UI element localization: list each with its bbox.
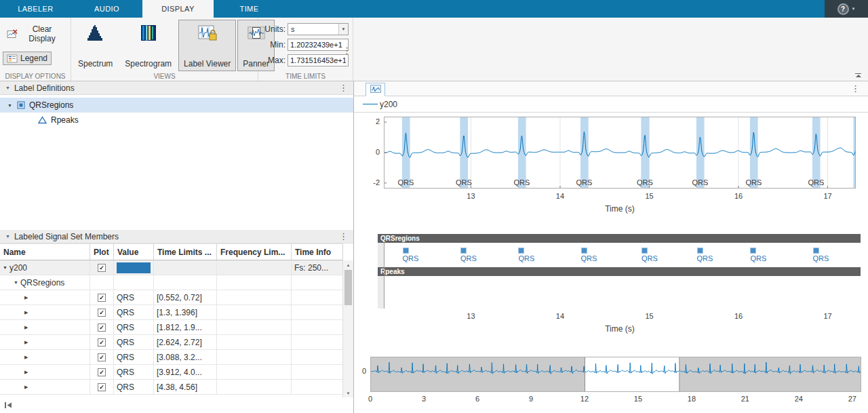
member-row: ▼QRSregions	[0, 275, 343, 290]
expander-icon[interactable]: ▶	[24, 385, 31, 390]
members-header[interactable]: ▼ Labeled Signal Set Members ⋮	[0, 230, 353, 243]
collapse-ribbon-button[interactable]	[855, 73, 861, 77]
tab-display[interactable]: DISPLAY	[142, 0, 214, 18]
panner-plot[interactable]	[370, 357, 861, 392]
value-cell	[114, 260, 154, 275]
column-header-value[interactable]: Value	[114, 244, 154, 260]
spectrum-label: Spectrum	[78, 59, 113, 68]
scroll-down-icon[interactable]: ▼	[343, 389, 353, 397]
expander-icon[interactable]: ▶	[24, 370, 31, 375]
plot-cell: ✓	[90, 380, 114, 395]
qrs-region-marker[interactable]	[403, 248, 409, 254]
column-header-time-info[interactable]: Time Info	[292, 244, 343, 260]
plot-cell	[90, 275, 114, 290]
help-button[interactable]: ? ▼	[837, 3, 856, 15]
legend-button[interactable]: Legend	[3, 52, 52, 65]
qrs-region-marker[interactable]	[518, 248, 524, 254]
qrs-marker-label: QRS	[813, 254, 829, 262]
display-panel: ⋮ y200 QRSQRSQRSQRSQRSQRSQRSQRS Time (s)…	[354, 81, 868, 413]
plot-cell: ✓	[90, 350, 114, 365]
expander-icon[interactable]: ▼	[3, 265, 9, 270]
expander-icon[interactable]: ▶	[24, 340, 31, 345]
tab-audio[interactable]: AUDIO	[71, 0, 142, 18]
column-header-plot[interactable]: Plot	[90, 244, 114, 260]
members-title: Labeled Signal Set Members	[14, 232, 119, 241]
min-time-input[interactable]	[288, 39, 349, 51]
time-info-cell	[292, 320, 343, 335]
lane-rpeaks-bar[interactable]: Rpeaks	[378, 267, 861, 276]
scroll-thumb[interactable]	[344, 270, 352, 305]
signal-document-tab[interactable]	[366, 83, 385, 96]
svg-text:QRS: QRS	[692, 178, 709, 186]
plot-checkbox[interactable]: ✓	[98, 383, 106, 391]
main-xlabel: Time (s)	[605, 204, 635, 214]
max-time-input[interactable]	[288, 54, 349, 66]
qrs-region-marker[interactable]	[581, 248, 587, 254]
column-header-time-limits-[interactable]: Time Limits ...	[154, 244, 217, 260]
lane-qrsregions-bar[interactable]: QRSregions	[378, 234, 861, 243]
plot-checkbox[interactable]: ✓	[98, 338, 106, 347]
time-limits-cell: [0.552, 0.72]	[154, 290, 217, 305]
scroll-up-icon[interactable]: ▲	[343, 260, 353, 269]
svg-text:QRS: QRS	[456, 178, 472, 186]
units-select[interactable]: s ▼	[288, 23, 349, 35]
label-definitions-menu-icon[interactable]: ⋮	[339, 83, 348, 92]
plot-checkbox[interactable]: ✓	[98, 323, 106, 332]
time-info-cell	[292, 275, 343, 290]
members-menu-icon[interactable]: ⋮	[339, 232, 348, 241]
members-scrollbar[interactable]: ▲ ▼	[342, 260, 353, 397]
views-section-label: VIEWS	[71, 73, 258, 80]
label-value: QRS	[117, 368, 134, 377]
time-info-cell	[292, 290, 343, 305]
clear-display-button[interactable]: Clear Display	[3, 22, 68, 45]
chevron-down-icon: ▼	[852, 7, 856, 11]
time-limits-overflow-icon[interactable]: ⋮	[342, 46, 351, 55]
plot-checkbox[interactable]: ✓	[98, 353, 106, 361]
member-row: ▶✓QRS[3.088, 3.2...	[0, 350, 343, 365]
signal-color-swatch[interactable]	[117, 262, 151, 273]
display-menu-icon[interactable]: ⋮	[851, 84, 860, 93]
tab-time[interactable]: TIME	[214, 0, 285, 18]
time-limits-cell: [1.3, 1.396]	[154, 305, 217, 320]
name-cell: ▼y200	[0, 260, 90, 275]
main-signal-plot[interactable]: QRSQRSQRSQRSQRSQRSQRSQRS	[384, 117, 856, 189]
time-limits-cell: [3.088, 3.2...	[154, 350, 217, 365]
column-header-frequency-lim-[interactable]: Frequency Lim...	[217, 244, 292, 260]
label-viewer-button[interactable]: Label Viewer	[178, 20, 236, 71]
expander-icon[interactable]: ▶	[24, 295, 31, 300]
expander-icon[interactable]: ▶	[24, 310, 31, 315]
qrs-region-marker[interactable]	[642, 248, 648, 254]
plot-checkbox[interactable]: ✓	[98, 264, 106, 272]
qrs-region-marker[interactable]	[813, 248, 819, 254]
units-label: Units:	[262, 24, 285, 34]
column-header-name[interactable]: Name	[0, 244, 90, 260]
label-definitions-header[interactable]: ▼ Label Definitions ⋮	[0, 81, 353, 95]
panner-x-tick-label: 27	[848, 395, 856, 403]
spectrogram-button[interactable]: Spectrogram	[119, 20, 177, 71]
expander-icon[interactable]: ▶	[24, 325, 31, 330]
qrs-region-marker[interactable]	[697, 248, 703, 254]
plot-legend: y200	[354, 96, 868, 113]
expander-icon[interactable]: ▼	[7, 103, 13, 108]
tab-labeler[interactable]: LABELER	[0, 0, 71, 18]
point-label-icon	[38, 116, 47, 124]
toolstrip-tabbar: LABELERAUDIODISPLAYTIME ? ▼	[0, 0, 868, 18]
expander-icon[interactable]: ▶	[24, 355, 31, 360]
plot-checkbox[interactable]: ✓	[98, 368, 106, 376]
rpeaks-row	[378, 276, 861, 309]
member-row: ▶✓QRS[2.624, 2.72]	[0, 335, 343, 350]
value-cell: QRS	[114, 380, 154, 395]
collapse-panel-button[interactable]	[4, 401, 12, 411]
qrs-region-marker[interactable]	[460, 248, 467, 254]
plot-checkbox[interactable]: ✓	[98, 294, 106, 302]
views-buttons: SpectrumSpectrogramLabel ViewerPanner	[73, 20, 256, 71]
legend-line-sample	[363, 104, 378, 104]
qrs-region-marker[interactable]	[750, 248, 756, 254]
spectrum-button[interactable]: Spectrum	[73, 20, 118, 71]
name-cell: ▶	[0, 320, 90, 335]
plot-checkbox[interactable]: ✓	[98, 309, 106, 317]
tree-item-rpeaks[interactable]: Rpeaks	[0, 113, 353, 127]
expander-icon[interactable]: ▼	[14, 280, 20, 285]
units-row: Units: s ▼	[262, 23, 349, 35]
tree-item-qrsregions[interactable]: ▼QRSregions	[0, 98, 353, 113]
